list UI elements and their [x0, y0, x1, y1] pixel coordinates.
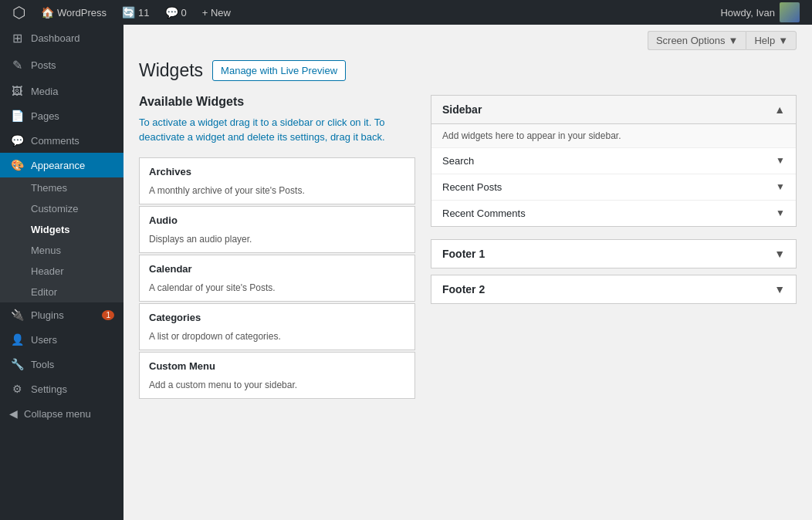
- dashboard-label: Dashboard: [31, 32, 114, 44]
- sidebar-item-comments[interactable]: 💬 Comments: [0, 128, 123, 153]
- collapse-label: Collapse menu: [24, 408, 91, 420]
- adminbar-wp-logo[interactable]: ⬡: [6, 0, 32, 25]
- sidebar-toggle-icon: ▲: [774, 103, 785, 116]
- footer-2-toggle: ▼: [774, 283, 785, 295]
- sidebar-item-tools[interactable]: 🔧 Tools: [0, 352, 123, 376]
- settings-icon: ⚙: [9, 383, 25, 395]
- media-icon: 🖼: [9, 85, 25, 97]
- help-button[interactable]: Help ▼: [746, 31, 797, 50]
- sidebar-item-settings[interactable]: ⚙ Settings: [0, 376, 123, 401]
- available-widgets-desc: To activate a widget drag it to a sideba…: [139, 115, 415, 145]
- settings-label: Settings: [31, 383, 114, 395]
- sidebar-recent-posts-label: Recent Posts: [442, 181, 502, 193]
- submenu-item-customize[interactable]: Customize: [0, 198, 123, 219]
- footer-1-title: Footer 1: [442, 248, 485, 260]
- sidebar-search-label: Search: [442, 155, 474, 167]
- screen-options-bar: Screen Options ▼ Help ▼: [139, 25, 797, 56]
- sidebar-item-users[interactable]: 👤 Users: [0, 327, 123, 352]
- updates-count: 11: [138, 7, 149, 19]
- widget-item-custom-menu[interactable]: Custom Menu Add a custom menu to your si…: [139, 352, 415, 399]
- help-label: Help: [754, 35, 775, 46]
- page-title: Widgets: [139, 59, 203, 83]
- footer-1-header[interactable]: Footer 1 ▼: [431, 240, 796, 268]
- posts-label: Posts: [31, 59, 114, 71]
- submenu-item-widgets[interactable]: Widgets: [0, 219, 123, 240]
- adminbar-updates[interactable]: 🔄 11: [116, 0, 155, 25]
- submenu-item-editor[interactable]: Editor: [0, 282, 123, 302]
- appearance-label: Appearance: [31, 160, 114, 171]
- sidebar-search-arrow: ▼: [776, 155, 785, 166]
- sidebar-item-media[interactable]: 🖼 Media: [0, 79, 123, 103]
- appearance-submenu: Themes Customize Widgets Menus Header Ed…: [0, 177, 123, 302]
- sidebar-recent-comments-label: Recent Comments: [442, 208, 526, 219]
- help-arrow: ▼: [778, 35, 788, 46]
- sidebar-section-header[interactable]: Sidebar ▲: [431, 96, 796, 124]
- widget-item-calendar[interactable]: Calendar A calendar of your site's Posts…: [139, 255, 415, 302]
- sidebar-widget-list: Search ▼ Recent Posts ▼ Recent Comments …: [431, 148, 796, 226]
- wp-logo-icon: ⬡: [12, 3, 25, 22]
- pages-label: Pages: [31, 110, 114, 122]
- footer-1-toggle: ▼: [774, 248, 785, 260]
- widget-custom-menu-desc: Add a custom menu to your sidebar.: [140, 380, 414, 398]
- widget-categories-desc: A list or dropdown of categories.: [140, 331, 414, 349]
- site-name-label: WordPress: [57, 7, 107, 19]
- users-icon: 👤: [9, 333, 25, 346]
- screen-options-arrow: ▼: [729, 35, 739, 46]
- dashboard-icon: ⊞: [9, 31, 25, 46]
- collapse-icon: ◀: [9, 407, 18, 420]
- widget-item-categories[interactable]: Categories A list or dropdown of categor…: [139, 303, 415, 350]
- sidebar-item-posts[interactable]: ✎ Posts: [0, 52, 123, 79]
- widget-item-archives[interactable]: Archives A monthly archive of your site'…: [139, 157, 415, 204]
- sidebar-widget-recent-posts[interactable]: Recent Posts ▼: [431, 174, 796, 201]
- updates-icon: 🔄: [122, 6, 135, 19]
- posts-icon: ✎: [9, 58, 25, 73]
- sidebar-recent-posts-arrow: ▼: [776, 181, 785, 192]
- widget-item-audio[interactable]: Audio Displays an audio player.: [139, 206, 415, 253]
- widget-audio-title: Audio: [140, 207, 414, 234]
- sidebar-description: Add widgets here to appear in your sideb…: [431, 124, 796, 148]
- footer-2-title: Footer 2: [442, 283, 485, 295]
- plugins-icon: 🔌: [9, 309, 25, 321]
- users-label: Users: [31, 334, 114, 346]
- widget-categories-title: Categories: [140, 304, 414, 331]
- comments-nav-label: Comments: [31, 135, 114, 147]
- screen-options-button[interactable]: Screen Options ▼: [648, 31, 746, 50]
- adminbar-comments[interactable]: 💬 0: [159, 0, 193, 25]
- collapse-menu-button[interactable]: ◀ Collapse menu: [0, 401, 123, 426]
- sidebar-item-plugins[interactable]: 🔌 Plugins 1: [0, 302, 123, 327]
- widgets-main-area: Available Widgets To activate a widget d…: [139, 95, 797, 400]
- widget-calendar-desc: A calendar of your site's Posts.: [140, 282, 414, 301]
- admin-bar: ⬡ 🏠 WordPress 🔄 11 💬 0 + New Howdy, Ivan: [0, 0, 812, 25]
- available-widgets-title: Available Widgets: [139, 95, 415, 109]
- sidebar-widgets-area: Sidebar ▲ Add widgets here to appear in …: [431, 95, 797, 310]
- manage-live-preview-button[interactable]: Manage with Live Preview: [212, 60, 346, 81]
- tools-label: Tools: [31, 359, 114, 370]
- widget-archives-desc: A monthly archive of your site's Posts.: [140, 185, 414, 204]
- plugins-label: Plugins: [31, 309, 93, 321]
- submenu-item-themes[interactable]: Themes: [0, 177, 123, 198]
- howdy-text: Howdy, Ivan: [720, 7, 775, 19]
- appearance-icon: 🎨: [9, 159, 25, 171]
- adminbar-new[interactable]: + New: [196, 0, 237, 25]
- widget-archives-title: Archives: [140, 158, 414, 185]
- sidebar-widget-search[interactable]: Search ▼: [431, 148, 796, 174]
- adminbar-user[interactable]: Howdy, Ivan: [714, 2, 806, 22]
- sidebar-item-dashboard[interactable]: ⊞ Dashboard: [0, 25, 123, 52]
- screen-options-label: Screen Options: [656, 35, 726, 46]
- sidebar-recent-comments-arrow: ▼: [776, 208, 785, 218]
- sidebar-widget-recent-comments[interactable]: Recent Comments ▼: [431, 201, 796, 226]
- widget-calendar-title: Calendar: [140, 255, 414, 282]
- sidebar-title: Sidebar: [442, 103, 482, 116]
- footer-2-header[interactable]: Footer 2 ▼: [431, 275, 796, 303]
- sidebar-item-appearance[interactable]: 🎨 Appearance: [0, 153, 123, 177]
- widget-custom-menu-title: Custom Menu: [140, 353, 414, 380]
- submenu-item-header[interactable]: Header: [0, 261, 123, 282]
- sidebar-item-pages[interactable]: 📄 Pages: [0, 103, 123, 128]
- page-title-area: Widgets Manage with Live Preview: [139, 59, 797, 83]
- comments-nav-icon: 💬: [9, 134, 25, 147]
- adminbar-site-name[interactable]: 🏠 WordPress: [35, 0, 113, 25]
- plugins-badge: 1: [102, 310, 114, 320]
- available-widgets-section: Available Widgets To activate a widget d…: [139, 95, 415, 400]
- submenu-item-menus[interactable]: Menus: [0, 240, 123, 261]
- footer-1-section: Footer 1 ▼: [431, 239, 797, 268]
